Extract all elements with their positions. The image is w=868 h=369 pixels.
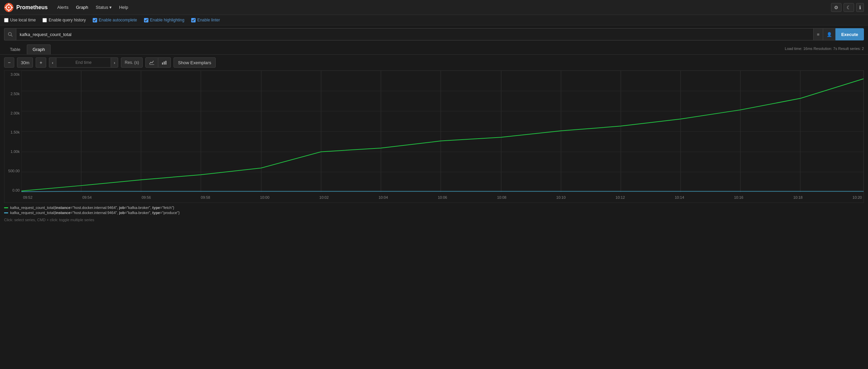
series-1-line xyxy=(21,79,864,191)
enable-linter-checkbox[interactable] xyxy=(191,18,196,22)
nav-alerts[interactable]: Alerts xyxy=(54,3,71,11)
x-label-2: 09:56 xyxy=(142,195,151,199)
enable-autocomplete-label: Enable autocomplete xyxy=(99,18,137,22)
legend-item-0[interactable]: kafka_request_count_total{instance="host… xyxy=(4,206,864,210)
chart-type-buttons xyxy=(145,57,171,68)
graph-controls: − 30m + ‹ › Res. (s) Show Exemplars xyxy=(0,55,868,70)
enable-query-history-option[interactable]: Enable query history xyxy=(42,18,86,22)
tabs-left: Table Graph xyxy=(4,45,51,54)
nav-links: Alerts Graph Status ▾ Help xyxy=(54,3,831,11)
y-label-4: 1.00k xyxy=(11,150,20,154)
enable-highlighting-checkbox[interactable] xyxy=(144,18,148,22)
x-label-5: 10:02 xyxy=(319,195,329,199)
navbar-icons: ⚙ ☾ ℹ xyxy=(831,3,864,12)
legend-label-1: kafka_request_count_total{instance="host… xyxy=(10,211,180,215)
enable-autocomplete-option[interactable]: Enable autocomplete xyxy=(93,18,137,22)
y-label-5: 500.00 xyxy=(8,169,20,173)
time-range-display: 30m xyxy=(17,57,33,68)
line-chart-button[interactable] xyxy=(145,57,158,68)
use-local-time-checkbox[interactable] xyxy=(4,18,8,22)
list-view-button[interactable]: ≡ xyxy=(813,28,823,40)
nav-graph[interactable]: Graph xyxy=(73,3,91,11)
chart-area xyxy=(21,71,864,192)
legend-color-1 xyxy=(4,212,8,213)
use-local-time-option[interactable]: Use local time xyxy=(4,18,36,22)
enable-query-history-checkbox[interactable] xyxy=(42,18,47,22)
end-time-input[interactable] xyxy=(56,57,111,68)
legend: kafka_request_count_total{instance="host… xyxy=(0,203,868,217)
x-label-14: 10:20 xyxy=(852,195,862,199)
chart-wrap: 3.00k 2.50k 2.00k 1.50k 1.00k 500.00 0.0… xyxy=(4,70,864,203)
y-axis: 3.00k 2.50k 2.00k 1.50k 1.00k 500.00 0.0… xyxy=(4,71,21,192)
y-label-3: 1.50k xyxy=(11,130,20,134)
x-axis: 09:52 09:54 09:56 09:58 10:00 10:02 10:0… xyxy=(21,192,864,203)
search-icon xyxy=(4,28,16,40)
series-2-line xyxy=(21,191,864,192)
svg-point-6 xyxy=(8,6,10,8)
x-label-6: 10:04 xyxy=(379,195,388,199)
x-label-7: 10:06 xyxy=(438,195,447,199)
use-local-time-label: Use local time xyxy=(10,18,36,22)
x-label-9: 10:10 xyxy=(556,195,566,199)
chart-svg xyxy=(21,71,864,192)
x-label-10: 10:12 xyxy=(616,195,625,199)
res-input: Res. (s) xyxy=(121,57,143,68)
tabs-bar: Table Graph Load time: 16ms Resolution: … xyxy=(0,43,868,55)
x-label-3: 09:58 xyxy=(201,195,210,199)
show-exemplars-button[interactable]: Show Exemplars xyxy=(174,57,216,68)
bar-chart-button[interactable] xyxy=(158,57,171,68)
enable-autocomplete-checkbox[interactable] xyxy=(93,18,97,22)
legend-hint: Click: select series, CMD + click: toggl… xyxy=(0,217,868,225)
prometheus-logo xyxy=(4,3,14,12)
x-label-4: 10:00 xyxy=(260,195,270,199)
y-label-6: 0.00 xyxy=(13,188,20,192)
next-time-button[interactable]: › xyxy=(111,57,118,68)
x-label-12: 10:16 xyxy=(734,195,743,199)
options-bar: Use local time Enable query history Enab… xyxy=(0,15,868,25)
theme-button[interactable]: ☾ xyxy=(844,3,854,12)
y-label-0: 3.00k xyxy=(11,72,20,76)
execute-button[interactable]: Execute xyxy=(835,28,864,40)
enable-query-history-label: Enable query history xyxy=(49,18,86,22)
search-input[interactable] xyxy=(16,28,813,40)
y-label-1: 2.50k xyxy=(11,92,20,96)
chart-container: 3.00k 2.50k 2.00k 1.50k 1.00k 500.00 0.0… xyxy=(0,70,868,203)
legend-label-0: kafka_request_count_total{instance="host… xyxy=(10,206,174,210)
brand-title: Prometheus xyxy=(16,4,48,11)
tab-meta: Load time: 16ms Resolution: 7s Result se… xyxy=(785,47,864,53)
y-label-2: 2.00k xyxy=(11,111,20,115)
svg-rect-11 xyxy=(165,61,166,65)
x-label-0: 09:52 xyxy=(23,195,33,199)
legend-color-0 xyxy=(4,207,8,208)
x-label-13: 10:18 xyxy=(793,195,803,199)
enable-highlighting-option[interactable]: Enable highlighting xyxy=(144,18,184,22)
svg-line-8 xyxy=(11,35,13,37)
minus-button[interactable]: − xyxy=(4,57,14,68)
time-nav-group: ‹ › xyxy=(49,57,119,68)
settings-button[interactable]: ⚙ xyxy=(831,3,842,12)
brand: Prometheus xyxy=(4,3,48,12)
search-actions: ≡ 👤 xyxy=(813,28,836,40)
navbar: Prometheus Alerts Graph Status ▾ Help ⚙ … xyxy=(0,0,868,15)
res-label: Res. (s) xyxy=(125,60,139,65)
svg-rect-9 xyxy=(162,63,163,65)
plus-button[interactable]: + xyxy=(36,57,46,68)
tab-graph[interactable]: Graph xyxy=(27,45,51,54)
nav-status[interactable]: Status ▾ xyxy=(93,3,114,11)
enable-linter-option[interactable]: Enable linter xyxy=(191,18,220,22)
user-button[interactable]: 👤 xyxy=(823,28,835,40)
tab-table[interactable]: Table xyxy=(4,45,26,54)
enable-linter-label: Enable linter xyxy=(197,18,220,22)
info-button[interactable]: ℹ xyxy=(856,3,864,12)
x-label-1: 09:54 xyxy=(82,195,92,199)
x-label-8: 10:08 xyxy=(497,195,507,199)
x-label-11: 10:14 xyxy=(675,195,684,199)
nav-help[interactable]: Help xyxy=(116,3,131,11)
svg-rect-10 xyxy=(164,62,165,65)
prev-time-button[interactable]: ‹ xyxy=(49,57,56,68)
legend-item-1[interactable]: kafka_request_count_total{instance="host… xyxy=(4,211,864,215)
search-bar: ≡ 👤 Execute xyxy=(0,25,868,43)
enable-highlighting-label: Enable highlighting xyxy=(150,18,184,22)
